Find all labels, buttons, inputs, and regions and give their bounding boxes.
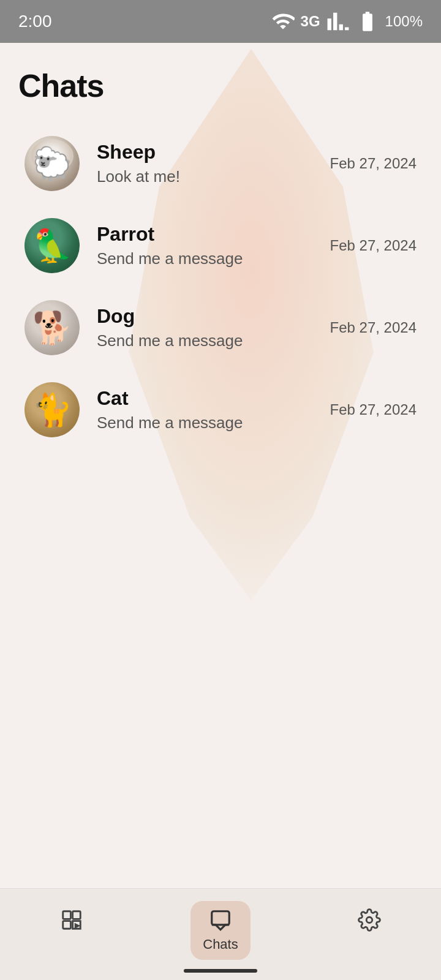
battery-label: 100% <box>385 13 423 30</box>
chat-info-parrot: Parrot Send me a message <box>97 223 320 268</box>
chat-date-dog: Feb 27, 2024 <box>330 319 417 336</box>
svg-rect-0 <box>63 911 71 919</box>
chat-info-cat: Cat Send me a message <box>97 387 320 432</box>
svg-rect-2 <box>63 921 71 929</box>
chat-preview-cat: Send me a message <box>97 413 320 432</box>
chat-name-cat: Cat <box>97 387 320 410</box>
bottom-nav: Chats <box>0 888 441 980</box>
avatar-cat <box>24 382 80 437</box>
avatar-sheep <box>24 136 80 191</box>
page-title: Chats <box>18 67 423 104</box>
status-icons: 3G 100% <box>271 10 423 33</box>
signal-icon <box>326 10 350 33</box>
main-content: Chats Sheep Look at me! Feb 27, 2024 Par… <box>0 43 441 451</box>
nav-label-chats: Chats <box>203 937 238 952</box>
avatar-parrot <box>24 218 80 273</box>
chat-list: Sheep Look at me! Feb 27, 2024 Parrot Se… <box>18 123 423 451</box>
wifi-icon <box>271 10 295 33</box>
chat-item-parrot[interactable]: Parrot Send me a message Feb 27, 2024 <box>18 205 423 287</box>
svg-point-6 <box>366 917 372 923</box>
chat-info-sheep: Sheep Look at me! <box>97 141 320 186</box>
chat-name-dog: Dog <box>97 305 320 328</box>
chat-item-dog[interactable]: Dog Send me a message Feb 27, 2024 <box>18 287 423 369</box>
svg-marker-4 <box>75 923 81 929</box>
chat-item-cat[interactable]: Cat Send me a message Feb 27, 2024 <box>18 369 423 451</box>
status-bar: 2:00 3G 100% <box>0 0 441 43</box>
chat-icon <box>209 908 232 932</box>
svg-rect-5 <box>212 911 230 925</box>
settings-icon <box>358 908 381 932</box>
chat-item-sheep[interactable]: Sheep Look at me! Feb 27, 2024 <box>18 123 423 205</box>
avatar-dog <box>24 300 80 355</box>
svg-rect-1 <box>72 911 80 919</box>
chat-preview-parrot: Send me a message <box>97 249 320 268</box>
network-label: 3G <box>301 13 320 30</box>
chat-preview-sheep: Look at me! <box>97 167 320 186</box>
home-indicator <box>184 969 257 973</box>
chat-info-dog: Dog Send me a message <box>97 305 320 350</box>
chat-name-parrot: Parrot <box>97 223 320 246</box>
battery-icon <box>356 10 379 33</box>
media-icon <box>60 908 83 932</box>
chat-date-cat: Feb 27, 2024 <box>330 401 417 418</box>
chat-date-sheep: Feb 27, 2024 <box>330 155 417 172</box>
chat-date-parrot: Feb 27, 2024 <box>330 237 417 254</box>
chat-preview-dog: Send me a message <box>97 331 320 350</box>
chat-name-sheep: Sheep <box>97 141 320 164</box>
nav-item-settings[interactable] <box>345 901 393 939</box>
nav-item-media[interactable] <box>48 901 96 939</box>
nav-item-chats[interactable]: Chats <box>190 901 250 960</box>
status-time: 2:00 <box>18 12 52 31</box>
